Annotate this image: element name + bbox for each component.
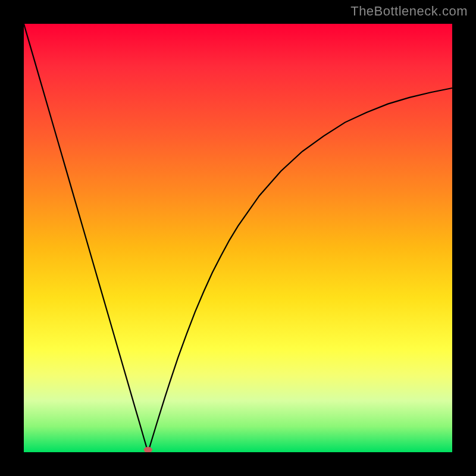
plot-area — [24, 24, 452, 452]
chart-frame: TheBottleneck.com — [0, 0, 476, 476]
watermark-text: TheBottleneck.com — [350, 4, 468, 19]
minimum-marker — [144, 447, 152, 452]
bottleneck-curve — [24, 24, 452, 452]
bottleneck-chart — [24, 24, 452, 452]
